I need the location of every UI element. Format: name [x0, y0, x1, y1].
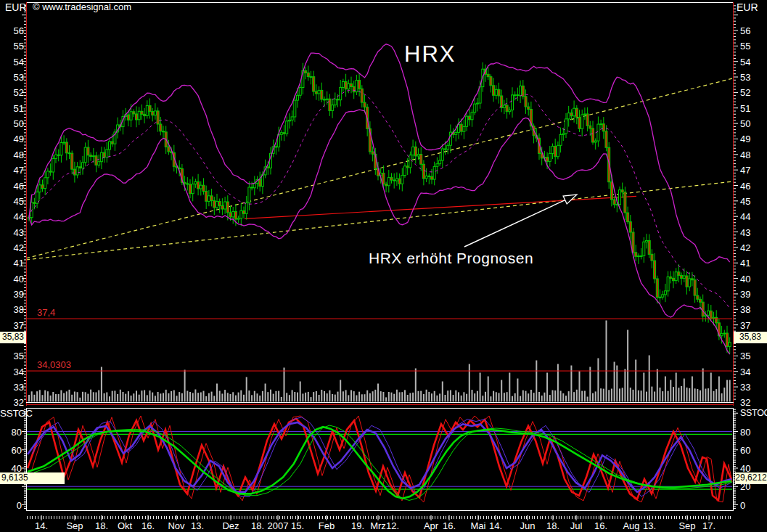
stoch-tick-label-right: 80: [740, 427, 750, 437]
price-tick-label-left: 37: [1, 321, 24, 330]
stoch-tick-label-left: 0: [1, 501, 22, 510]
price-tick-label-right: 39: [740, 290, 750, 299]
price-tick-label-right: 42: [740, 243, 750, 253]
price-tick-label-left: 34: [1, 367, 24, 377]
date-label: Nov: [168, 520, 184, 531]
date-label: 18.: [546, 520, 559, 531]
price-tick-label-right: 53: [740, 73, 750, 82]
date-label: 18.: [251, 520, 264, 531]
price-tick-label-left: 51: [1, 104, 24, 113]
price-tick-label-left: 54: [1, 57, 24, 67]
date-label: 16.: [594, 520, 607, 531]
price-tick-label-right: 37: [740, 321, 750, 330]
date-label: Jul: [570, 520, 583, 531]
price-panel-bottom-line: [26, 402, 734, 403]
price-tick-label-left: 50: [1, 119, 24, 128]
price-tick-label-right: 34: [740, 367, 750, 377]
price-tick-label-left: 46: [1, 181, 24, 191]
price-tick-label-left: 52: [1, 88, 24, 97]
date-label: Sep: [678, 520, 695, 531]
price-tick-label-left: 42: [1, 243, 24, 253]
price-tick-label-left: 43: [1, 228, 24, 237]
last-price-box-right: 35,83: [734, 332, 767, 343]
price-tick-label-left: 45: [1, 197, 24, 206]
right-axis-spine: [733, 2, 734, 406]
date-label: 18.: [95, 520, 108, 531]
price-tick-label-left: 47: [1, 165, 24, 175]
price-tick-label-right: 51: [740, 104, 750, 113]
price-tick-label-right: 50: [740, 119, 750, 128]
price-tick-label-left: 39: [1, 290, 24, 299]
price-tick-label-right: 52: [740, 88, 750, 97]
stochastic-plot-area[interactable]: [27, 409, 732, 510]
date-label: 15.: [291, 520, 304, 531]
date-label: Mrz: [370, 520, 386, 531]
price-tick-label-right: 35: [740, 351, 750, 361]
price-tick-label-right: 49: [740, 134, 750, 144]
date-label: 12.: [386, 520, 399, 531]
date-label: Mai: [471, 520, 486, 531]
stoch-value-box-right: 29,6212: [735, 472, 767, 484]
date-label: 19.: [351, 520, 364, 531]
date-label: Sep: [66, 520, 83, 531]
price-tick-label-right: 44: [740, 212, 750, 221]
stoch-panel-label-right: SSTOC: [740, 408, 767, 418]
date-label: Apr: [424, 520, 438, 531]
price-tick-label-right: 32: [740, 398, 750, 407]
price-tick-label-right: 55: [740, 41, 750, 51]
price-chart-plot-area[interactable]: [27, 3, 732, 402]
date-label: 16.: [443, 520, 456, 531]
date-label: 13.: [191, 520, 204, 531]
stoch-tick-label-left: 80: [1, 427, 22, 437]
price-tick-label-left: 49: [1, 134, 24, 144]
stoch-tick-label-right: 0: [740, 501, 745, 510]
date-label: Dez: [222, 520, 239, 531]
stoch-tick-label-right: 60: [740, 446, 750, 455]
price-tick-label-right: 47: [740, 165, 750, 175]
date-label: Feb: [319, 520, 335, 531]
price-tick-label-right: 41: [740, 258, 750, 268]
price-tick-label-right: 40: [740, 274, 750, 284]
price-tick-label-left: 32: [1, 398, 24, 407]
price-tick-label-right: 43: [740, 228, 750, 237]
price-tick-label-left: 33: [1, 382, 24, 392]
price-tick-label-left: 35: [1, 351, 24, 361]
tradesignal-chart-window: EUR © www.tradesignal.com EUR HRX HRX er…: [0, 0, 767, 532]
date-label: 2007: [268, 520, 289, 531]
date-label: 16.: [141, 520, 155, 531]
date-label: Jun: [520, 520, 536, 531]
price-tick-label-left: 48: [1, 150, 24, 160]
price-tick-label-left: 53: [1, 73, 24, 82]
price-tick-label-right: 56: [740, 26, 750, 36]
price-tick-label-right: 46: [740, 181, 750, 191]
currency-label-right: EUR: [737, 1, 758, 13]
date-label: 14.: [35, 520, 48, 531]
price-tick-label-right: 48: [740, 150, 750, 160]
last-price-box-left: 35,83: [0, 332, 26, 343]
price-tick-label-left: 41: [1, 258, 24, 268]
price-tick-label-right: 54: [740, 57, 750, 67]
price-tick-label-right: 33: [740, 382, 750, 392]
currency-label-left: EUR: [5, 1, 27, 13]
date-label: Okt: [118, 520, 132, 531]
price-tick-label-left: 56: [1, 26, 24, 36]
date-label: 17.: [702, 520, 715, 531]
date-label: 13.: [643, 520, 656, 531]
price-tick-label-left: 40: [1, 274, 24, 284]
price-tick-label-left: 38: [1, 305, 24, 314]
stoch-tick-label-left: 60: [1, 446, 22, 455]
price-tick-label-right: 45: [740, 197, 750, 206]
date-label: 14.: [489, 520, 502, 531]
price-tick-label-left: 55: [1, 41, 24, 51]
price-tick-label-right: 38: [740, 305, 750, 314]
price-tick-label-left: 44: [1, 212, 24, 221]
date-label: Aug: [623, 520, 639, 531]
date-axis-ticks: [27, 516, 733, 519]
price-panel-red-border: [26, 404, 734, 405]
